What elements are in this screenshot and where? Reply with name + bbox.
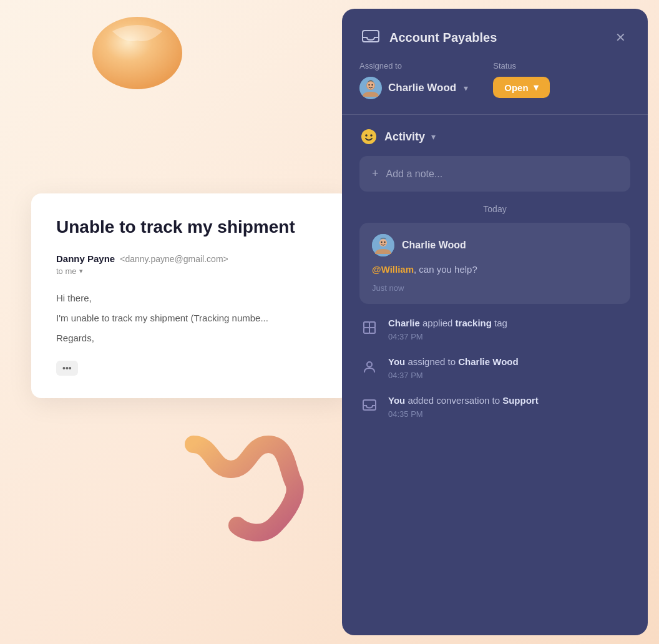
- tag-actor: Charlie: [388, 318, 420, 328]
- activity-icon: [359, 127, 378, 146]
- today-label: Today: [359, 204, 630, 214]
- activity-item-tag: Charlie applied tracking tag 04:37 PM: [359, 316, 630, 341]
- more-dots: •••: [62, 363, 72, 373]
- svg-point-7: [361, 129, 376, 144]
- close-button[interactable]: ✕: [610, 27, 630, 47]
- note-text: @William, can you help?: [372, 263, 618, 277]
- to-me-chevron-icon[interactable]: ▾: [79, 267, 83, 275]
- tag-icon: [359, 318, 379, 338]
- meta-row: Assigned to Charl: [342, 61, 648, 114]
- assigned-chevron-icon: ▾: [464, 83, 468, 93]
- svg-point-8: [365, 134, 368, 137]
- status-label: Status: [493, 61, 549, 71]
- assign-activity-time: 04:37 PM: [388, 371, 630, 380]
- activity-header[interactable]: Activity ▾: [342, 115, 648, 156]
- tag-name: tracking: [456, 318, 492, 328]
- inbox-target: Support: [502, 395, 539, 406]
- svg-rect-16: [364, 328, 369, 333]
- to-me-row: to me ▾: [56, 266, 325, 276]
- assignee-name: Charlie Wood: [388, 82, 456, 94]
- svg-rect-14: [364, 322, 369, 328]
- note-author-avatar: [372, 234, 394, 256]
- assign-target: Charlie Wood: [458, 356, 518, 367]
- email-greeting: Hi there,: [56, 291, 325, 306]
- svg-point-18: [367, 362, 372, 367]
- svg-point-13: [384, 242, 385, 243]
- add-note-button[interactable]: + Add a note...: [359, 156, 630, 192]
- note-card: Charlie Wood @William, can you help? Jus…: [359, 223, 630, 304]
- panel-header-left: Account Payables: [359, 26, 497, 49]
- activity-item-assign: You assigned to Charlie Wood 04:37 PM: [359, 355, 630, 380]
- email-body-text: I'm unable to track my shipment (Trackin…: [56, 311, 325, 326]
- note-message: , can you help?: [414, 264, 477, 275]
- email-regards: Regards,: [56, 331, 325, 346]
- email-more-button[interactable]: •••: [56, 361, 78, 376]
- decorative-gem: [87, 12, 187, 94]
- tag-activity-time: 04:37 PM: [388, 332, 630, 341]
- panel-title: Account Payables: [389, 31, 497, 45]
- email-card: Unable to track my shipment Danny Payne …: [31, 193, 349, 398]
- panel-header: Account Payables ✕: [342, 9, 648, 61]
- assigned-label: Assigned to: [359, 61, 468, 71]
- svg-point-9: [370, 134, 373, 137]
- activity-label: Activity: [384, 130, 425, 144]
- status-chevron-icon: ▾: [534, 82, 539, 93]
- inbox-activity-text: You added conversation to Support: [388, 394, 630, 407]
- sender-name: Danny Payne: [56, 253, 115, 264]
- note-author-row: Charlie Wood: [372, 234, 618, 256]
- email-sender-row: Danny Payne <danny.payne@gmail.com>: [56, 253, 325, 264]
- email-subject: Unable to track my shipment: [56, 216, 325, 238]
- assignee-avatar: [359, 77, 382, 99]
- status-value: Open: [504, 82, 528, 93]
- close-icon: ✕: [615, 30, 626, 45]
- inbox-action: added conversation to: [408, 395, 502, 406]
- add-note-text: Add a note...: [386, 168, 443, 180]
- account-payables-panel: Account Payables ✕ Assigned to: [342, 9, 648, 635]
- inbox-activity-content: You added conversation to Support 04:35 …: [388, 394, 630, 419]
- tag-activity-content: Charlie applied tracking tag 04:37 PM: [388, 316, 630, 341]
- assign-activity-content: You assigned to Charlie Wood 04:37 PM: [388, 355, 630, 380]
- assigned-group: Assigned to Charl: [359, 61, 468, 99]
- svg-rect-15: [369, 322, 375, 328]
- inbox-activity-time: 04:35 PM: [388, 409, 630, 419]
- decorative-squiggle: [175, 432, 312, 544]
- inbox-icon: [359, 26, 382, 49]
- svg-point-6: [371, 84, 373, 85]
- svg-point-5: [368, 84, 369, 85]
- tag-action: applied: [422, 318, 456, 328]
- note-time: Just now: [372, 283, 618, 293]
- activity-item-inbox: You added conversation to Support 04:35 …: [359, 394, 630, 419]
- email-body: Hi there, I'm unable to track my shipmen…: [56, 291, 325, 346]
- svg-point-12: [381, 242, 382, 243]
- tag-activity-text: Charlie applied tracking tag: [388, 316, 630, 329]
- inbox-activity-icon: [359, 395, 379, 415]
- person-icon: [359, 356, 379, 376]
- assign-actor: You: [388, 356, 405, 367]
- status-button[interactable]: Open ▾: [493, 77, 549, 98]
- status-group: Status Open ▾: [493, 61, 549, 98]
- sender-email: <danny.payne@gmail.com>: [120, 254, 228, 264]
- assigned-value[interactable]: Charlie Wood ▾: [359, 77, 468, 99]
- activity-feed: Today Charlie Wood @W: [342, 204, 648, 635]
- inbox-actor: You: [388, 395, 405, 406]
- assign-activity-text: You assigned to Charlie Wood: [388, 355, 630, 368]
- note-mention: @William: [372, 264, 414, 275]
- plus-icon: +: [372, 167, 379, 180]
- note-author-name: Charlie Wood: [402, 240, 466, 251]
- assign-action: assigned to: [408, 356, 458, 367]
- to-me-label: to me: [56, 266, 77, 276]
- svg-rect-17: [369, 328, 375, 333]
- tag-suffix: tag: [494, 318, 507, 328]
- activity-chevron-icon: ▾: [431, 132, 436, 142]
